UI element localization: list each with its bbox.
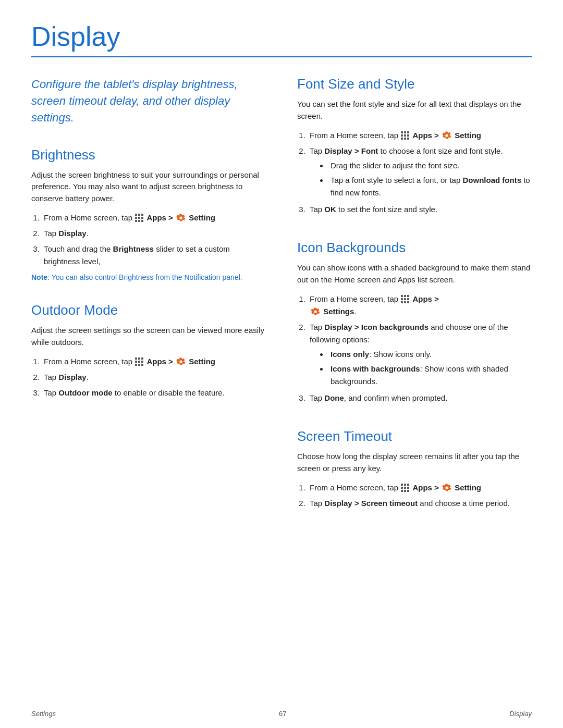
footer-right: Display xyxy=(509,710,532,718)
page-title: Display xyxy=(31,21,532,52)
brightness-step-3: Touch and drag the Brightness slider to … xyxy=(42,243,266,268)
icon-backgrounds-body: You can show icons with a shaded backgro… xyxy=(297,262,532,286)
screen-timeout-step-2: Tap Display > Screen timeout and choose … xyxy=(308,497,532,510)
brightness-step-2: Tap Display. xyxy=(42,227,266,240)
icon-step-2: Tap Display > Icon backgrounds and choos… xyxy=(308,321,532,388)
setting-gear-icon-ib xyxy=(310,306,321,317)
setting-gear-icon-st xyxy=(442,483,452,493)
icon-backgrounds-title: Icon Backgrounds xyxy=(297,240,532,256)
font-body: You can set the font style and size for … xyxy=(297,98,532,122)
outdoor-step-3: Tap Outdoor mode to enable or disable th… xyxy=(42,387,266,399)
setting-gear-icon xyxy=(176,213,186,223)
font-bullet-2: Tap a font style to select a font, or ta… xyxy=(328,174,532,199)
footer-page: 67 xyxy=(279,710,286,718)
brightness-steps: From a Home screen, tap Apps > xyxy=(42,212,266,268)
apps-grid-icon-ib xyxy=(401,295,410,304)
brightness-note: Note: You can also control Brightness fr… xyxy=(31,273,266,281)
apps-grid-icon xyxy=(135,214,144,223)
left-column: Configure the tablet's display brightnes… xyxy=(31,76,266,534)
setting-gear-icon-font xyxy=(442,130,452,141)
outdoor-title: Outdoor Mode xyxy=(31,302,266,318)
apps-grid-icon-font xyxy=(401,131,410,140)
font-step-3: Tap OK to set the font size and style. xyxy=(308,203,532,216)
screen-timeout-section: Screen Timeout Choose how long the displ… xyxy=(297,428,532,515)
font-bullets: Drag the slider to adjust the font size.… xyxy=(328,159,532,199)
setting-gear-icon-outdoor xyxy=(176,356,186,367)
intro-text: Configure the tablet's display brightnes… xyxy=(31,76,266,126)
brightness-section: Brightness Adjust the screen brightness … xyxy=(31,147,266,284)
screen-timeout-step-1: From a Home screen, tap Apps > xyxy=(308,482,532,494)
font-steps: From a Home screen, tap Apps > xyxy=(308,129,532,216)
outdoor-section: Outdoor Mode Adjust the screen settings … xyxy=(31,302,266,404)
screen-timeout-body: Choose how long the display screen remai… xyxy=(297,451,532,474)
outdoor-step-2: Tap Display. xyxy=(42,371,266,384)
icon-backgrounds-steps: From a Home screen, tap Apps > xyxy=(308,293,532,404)
outdoor-steps: From a Home screen, tap Apps > xyxy=(42,355,266,399)
font-title: Font Size and Style xyxy=(297,76,532,92)
icon-bullet-1: Icons only: Show icons only. xyxy=(328,348,532,361)
apps-grid-icon-outdoor xyxy=(135,357,144,366)
font-section: Font Size and Style You can set the font… xyxy=(297,76,532,221)
icon-bullet-2: Icons with backgrounds: Show icons with … xyxy=(328,363,532,388)
footer: Settings 67 Display xyxy=(31,710,532,718)
icon-step-3: Tap Done, and confirm when prompted. xyxy=(308,392,532,404)
font-step-2: Tap Display > Font to choose a font size… xyxy=(308,145,532,199)
brightness-step-1: From a Home screen, tap Apps > xyxy=(42,212,266,224)
brightness-body: Adjust the screen brightness to suit you… xyxy=(31,169,266,205)
icon-bullets: Icons only: Show icons only. Icons with … xyxy=(328,348,532,388)
font-step-1: From a Home screen, tap Apps > xyxy=(308,129,532,142)
title-divider xyxy=(31,56,532,57)
outdoor-step-1: From a Home screen, tap Apps > xyxy=(42,355,266,368)
screen-timeout-title: Screen Timeout xyxy=(297,428,532,445)
right-column: Font Size and Style You can set the font… xyxy=(297,76,532,534)
outdoor-body: Adjust the screen settings so the screen… xyxy=(31,325,266,348)
screen-timeout-steps: From a Home screen, tap Apps > xyxy=(308,482,532,510)
icon-backgrounds-section: Icon Backgrounds You can show icons with… xyxy=(297,240,532,410)
apps-grid-icon-st xyxy=(401,484,410,492)
brightness-title: Brightness xyxy=(31,147,266,163)
icon-step-1: From a Home screen, tap Apps > xyxy=(308,293,532,318)
footer-left: Settings xyxy=(31,710,56,718)
font-bullet-1: Drag the slider to adjust the font size. xyxy=(328,159,532,172)
